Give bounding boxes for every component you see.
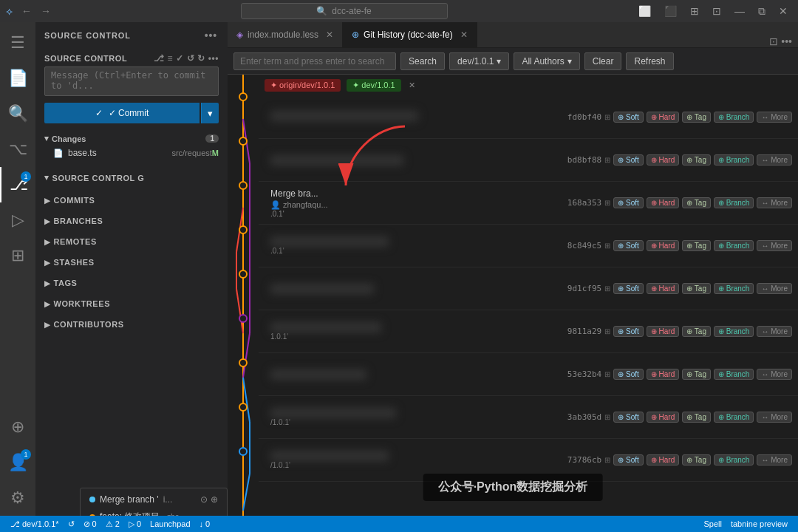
scg-popup-item-0[interactable]: Merge branch ' i... ⊙ ⊕ [81, 491, 227, 508]
remotes-header[interactable]: ▶ REMOTES [44, 234, 219, 249]
tag-more-7[interactable]: ↔ More [757, 412, 792, 423]
tag-soft-2[interactable]: ⊕ Soft [613, 197, 644, 208]
status-errors[interactable]: ⊘ 0 [79, 519, 101, 529]
sc-sync-icon[interactable]: ↻ [197, 53, 205, 64]
activity-settings[interactable]: ⚙ [0, 480, 35, 516]
layout1-button[interactable]: ⬜ [634, 4, 655, 18]
status-stash[interactable]: ↓ 0 [195, 519, 215, 528]
tag-branch-4[interactable]: ⊕ Branch [714, 283, 754, 294]
tag-more-8[interactable]: ↔ More [757, 454, 792, 466]
commit-row-7[interactable]: /1.0.1' 3ab305d ⊞ ⊕ Soft ⊕ Hard ⊕ Tag ⊕ … [259, 396, 798, 439]
tag-tag-5[interactable]: ⊕ Tag [682, 326, 711, 337]
commit-button[interactable]: ✓ ✓ Commit [44, 103, 200, 123]
activity-scm[interactable]: ⎇ 1 [0, 167, 35, 202]
tab-close-0[interactable]: ✕ [326, 30, 333, 40]
nav-forward-button[interactable]: → [38, 4, 54, 18]
status-spell[interactable]: Spell [699, 519, 726, 528]
popup-add-button[interactable]: ⊕ [211, 494, 218, 505]
tab-index-module-less[interactable]: ◈ index.module.less ✕ [228, 22, 343, 47]
tag-branch-3[interactable]: ⊕ Branch [714, 240, 754, 251]
tag-hard-1[interactable]: ⊕ Hard [647, 154, 679, 166]
tag-tag-7[interactable]: ⊕ Tag [682, 412, 711, 423]
activity-run[interactable]: ▷ [0, 202, 35, 238]
search-button[interactable]: Search [400, 52, 445, 70]
tag-soft-3[interactable]: ⊕ Soft [613, 240, 644, 251]
tag-branch-0[interactable]: ⊕ Branch [714, 112, 754, 123]
tag-more-1[interactable]: ↔ More [757, 154, 792, 166]
popup-eye-button[interactable]: ⊙ [200, 494, 208, 505]
more-actions-button[interactable]: ••• [203, 28, 219, 43]
clear-button[interactable]: Clear [584, 52, 622, 70]
tag-tag-8[interactable]: ⊕ Tag [682, 454, 711, 466]
activity-search[interactable]: 🔍 [0, 96, 35, 132]
layout3-button[interactable]: ⊞ [686, 4, 703, 18]
tag-hard-8[interactable]: ⊕ Hard [647, 454, 679, 466]
commit-row-0[interactable]: fd0bf40 ⊞ ⊕ Soft ⊕ Hard ⊕ Tag ⊕ Branch ↔… [259, 96, 798, 139]
tab-close-1[interactable]: ✕ [460, 30, 468, 40]
tag-soft-7[interactable]: ⊕ Soft [613, 412, 644, 423]
changes-header[interactable]: ▾ Changes 1 [44, 129, 219, 146]
tab-split-button[interactable]: ⊡ [769, 35, 778, 47]
tag-more-6[interactable]: ↔ More [757, 369, 792, 380]
minimize-button[interactable]: — [730, 4, 749, 18]
tag-tag-6[interactable]: ⊕ Tag [682, 369, 711, 380]
sc-branch-icon[interactable]: ⎇ [154, 53, 165, 64]
tag-hard-4[interactable]: ⊕ Hard [647, 283, 679, 294]
activity-extensions[interactable]: ⊞ [0, 238, 35, 273]
status-sync[interactable]: ↺ [64, 519, 79, 529]
tag-hard-0[interactable]: ⊕ Hard [647, 112, 679, 123]
stashes-header[interactable]: ▶ STASHES [44, 255, 219, 270]
tag-soft-6[interactable]: ⊕ Soft [613, 369, 644, 380]
commit-row-8[interactable]: /1.0.1' 73786cb ⊞ ⊕ Soft ⊕ Hard ⊕ Tag ⊕ … [259, 439, 798, 482]
commit-arrow-button[interactable]: ▾ [201, 103, 219, 123]
status-launchpad[interactable]: Launchpad [146, 519, 194, 528]
tag-hard-5[interactable]: ⊕ Hard [647, 326, 679, 337]
tag-hard-3[interactable]: ⊕ Hard [647, 240, 679, 251]
commit-row-6[interactable]: 53e32b4 ⊞ ⊕ Soft ⊕ Hard ⊕ Tag ⊕ Branch ↔… [259, 353, 798, 396]
worktrees-header[interactable]: ▶ WORKTREES [44, 296, 219, 311]
tag-more-4[interactable]: ↔ More [757, 283, 792, 294]
tag-branch-1[interactable]: ⊕ Branch [714, 154, 754, 166]
tag-tag-4[interactable]: ⊕ Tag [682, 283, 711, 294]
tag-more-5[interactable]: ↔ More [757, 326, 792, 337]
restore-button[interactable]: ⧉ [754, 4, 770, 19]
tag-more-0[interactable]: ↔ More [757, 112, 792, 123]
status-info[interactable]: ▷ 0 [124, 519, 146, 529]
tag-more-2[interactable]: ↔ More [757, 197, 792, 208]
tag-branch-6[interactable]: ⊕ Branch [714, 369, 754, 380]
sc-list-icon[interactable]: ≡ [167, 53, 173, 64]
tag-hard-7[interactable]: ⊕ Hard [647, 412, 679, 423]
tag-tag-2[interactable]: ⊕ Tag [682, 197, 711, 208]
git-search-input[interactable] [233, 52, 396, 70]
commit-row-1[interactable]: bd8bf88 ⊞ ⊕ Soft ⊕ Hard ⊕ Tag ⊕ Branch ↔… [259, 139, 798, 182]
branch-label-close-icon[interactable]: ✕ [409, 81, 415, 90]
commit-row-4[interactable]: 9d1cf95 ⊞ ⊕ Soft ⊕ Hard ⊕ Tag ⊕ Branch ↔… [259, 267, 798, 310]
split-button[interactable]: ⊡ [708, 4, 726, 18]
tab-git-history[interactable]: ⊕ Git History (dcc-ate-fe) ✕ [343, 22, 477, 47]
tag-branch-8[interactable]: ⊕ Branch [714, 454, 754, 466]
tag-tag-0[interactable]: ⊕ Tag [682, 112, 711, 123]
commit-row-2[interactable]: Merge bra... 👤 zhangfaqu... .0.1' 168a35… [259, 182, 798, 225]
refresh-button[interactable]: Refresh [626, 52, 673, 70]
sc-refresh-icon[interactable]: ↺ [187, 53, 195, 64]
contributors-header[interactable]: ▶ CONTRIBUTORS [44, 317, 219, 332]
tag-soft-4[interactable]: ⊕ Soft [613, 283, 644, 294]
activity-menu[interactable]: ☰ [0, 25, 35, 61]
nav-back-button[interactable]: ← [18, 4, 35, 18]
activity-remote[interactable]: ⊕ [0, 409, 35, 445]
activity-git[interactable]: ⌥ [0, 132, 35, 167]
status-warnings[interactable]: ⚠ 2 [101, 519, 124, 529]
sc-check-icon[interactable]: ✓ [176, 53, 184, 64]
scg-popup-item-1[interactable]: feate: 修改项目 zha... [81, 508, 227, 516]
layout2-button[interactable]: ⬛ [660, 4, 681, 18]
titlebar-search[interactable]: 🔍 dcc-ate-fe [241, 3, 448, 19]
commit-row-3[interactable]: .0.1' 8c849c5 ⊞ ⊕ Soft ⊕ Hard ⊕ Tag ⊕ Br… [259, 225, 798, 267]
tags-header[interactable]: ▶ TAGS [44, 276, 219, 290]
commits-header[interactable]: ▶ COMMITS [44, 193, 219, 208]
authors-selector[interactable]: All Authors ▾ [514, 52, 579, 70]
branch-selector[interactable]: dev/1.0.1 ▾ [449, 52, 509, 70]
close-button[interactable]: ✕ [774, 4, 792, 18]
change-item[interactable]: 📄 base.ts src/request M [44, 146, 219, 160]
commit-message-input[interactable] [44, 66, 219, 96]
tag-branch-7[interactable]: ⊕ Branch [714, 412, 754, 423]
